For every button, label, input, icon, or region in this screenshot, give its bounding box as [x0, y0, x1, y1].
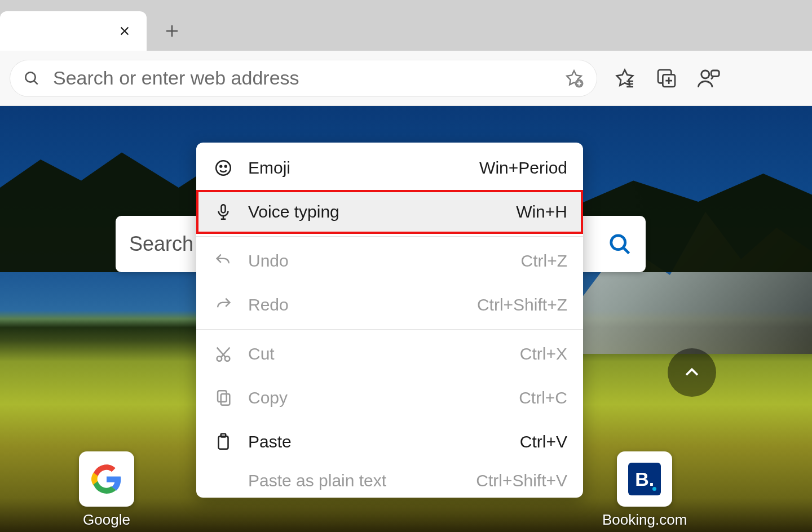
booking-logo-icon: B. — [628, 463, 661, 495]
ctx-shortcut: Ctrl+V — [520, 432, 567, 451]
svg-rect-15 — [219, 436, 228, 449]
svg-point-6 — [611, 236, 625, 250]
ctx-separator — [196, 236, 583, 237]
svg-point-8 — [220, 166, 222, 167]
svg-point-4 — [701, 70, 709, 78]
quicklink-booking-card[interactable]: B. — [617, 451, 672, 507]
ctx-label: Paste — [248, 432, 506, 451]
svg-point-12 — [225, 356, 230, 361]
svg-rect-10 — [221, 205, 225, 212]
svg-point-0 — [25, 72, 35, 82]
ctx-item-voice-typing[interactable]: Voice typing Win+H — [196, 190, 583, 234]
copy-icon — [212, 388, 235, 407]
ctx-label: Voice typing — [248, 202, 502, 221]
quicklink-booking-label: Booking.com — [602, 511, 687, 529]
svg-point-11 — [217, 356, 222, 361]
ctx-shortcut: Win+H — [516, 202, 567, 221]
svg-rect-5 — [711, 70, 719, 77]
svg-rect-16 — [221, 434, 226, 437]
tab-strip — [0, 0, 812, 51]
paste-icon — [212, 432, 235, 451]
ctx-label: Redo — [248, 295, 464, 314]
ctx-item-cut[interactable]: Cut Ctrl+X — [196, 332, 583, 376]
scroll-up-button[interactable] — [668, 348, 716, 397]
ctx-separator — [196, 329, 583, 330]
ctx-item-paste-plain[interactable]: Paste as plain text Ctrl+Shift+V — [196, 464, 583, 498]
ctx-item-emoji[interactable]: Emoji Win+Period — [196, 146, 583, 190]
address-bar[interactable] — [10, 60, 597, 96]
search-icon — [23, 69, 41, 87]
new-tab-button[interactable] — [158, 17, 186, 45]
ctx-label: Cut — [248, 344, 506, 363]
ctx-label: Undo — [248, 251, 508, 271]
microphone-icon — [212, 202, 235, 221]
svg-rect-13 — [218, 391, 227, 402]
quicklink-google[interactable]: Google — [79, 451, 134, 529]
ctx-shortcut: Ctrl+C — [519, 388, 567, 407]
google-logo-icon — [91, 464, 122, 494]
ctx-shortcut: Win+Period — [479, 158, 567, 178]
svg-point-7 — [216, 161, 231, 175]
collections-icon[interactable] — [653, 65, 680, 92]
ctx-item-copy[interactable]: Copy Ctrl+C — [196, 376, 583, 420]
ctx-label: Copy — [248, 388, 505, 407]
ctx-shortcut: Ctrl+X — [520, 344, 567, 363]
emoji-icon — [212, 158, 235, 178]
quicklink-google-card[interactable] — [79, 451, 134, 507]
profile-icon[interactable] — [695, 65, 722, 92]
redo-icon — [212, 295, 235, 314]
ctx-shortcut: Ctrl+Z — [521, 251, 568, 271]
undo-icon — [212, 251, 235, 271]
browser-tab[interactable] — [0, 11, 147, 51]
close-tab-icon[interactable] — [118, 25, 131, 37]
browser-toolbar — [0, 51, 812, 106]
context-menu: Emoji Win+Period Voice typing Win+H Undo… — [196, 143, 583, 498]
ctx-label: Paste as plain text — [248, 471, 462, 490]
new-tab-page: Google B. Booking.com Emoji Win+Period V… — [0, 106, 812, 532]
cut-icon — [212, 344, 235, 363]
add-favorite-icon[interactable] — [564, 68, 584, 88]
ctx-label: Emoji — [248, 158, 466, 178]
search-submit-icon[interactable] — [607, 232, 632, 256]
ctx-item-paste[interactable]: Paste Ctrl+V — [196, 420, 583, 464]
address-input[interactable] — [53, 67, 551, 89]
ctx-shortcut: Ctrl+Shift+Z — [477, 295, 567, 314]
ctx-item-undo[interactable]: Undo Ctrl+Z — [196, 239, 583, 283]
quicklink-booking[interactable]: B. Booking.com — [602, 451, 687, 529]
favorites-icon[interactable] — [611, 65, 638, 92]
svg-rect-14 — [221, 394, 230, 405]
quicklink-google-label: Google — [83, 511, 130, 529]
ctx-shortcut: Ctrl+Shift+V — [476, 471, 567, 490]
svg-point-9 — [225, 166, 227, 167]
ctx-item-redo[interactable]: Redo Ctrl+Shift+Z — [196, 283, 583, 327]
